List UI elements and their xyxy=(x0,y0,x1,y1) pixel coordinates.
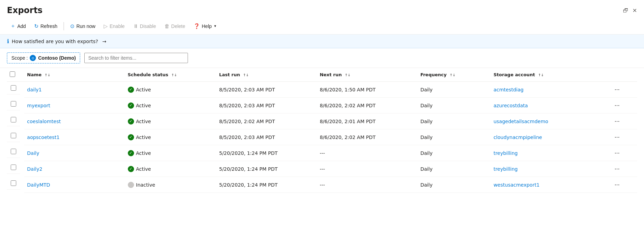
sort-storage-icon[interactable]: ↑↓ xyxy=(538,73,544,77)
status-label: Active xyxy=(136,103,151,108)
status-label: Inactive xyxy=(136,182,155,188)
sort-nextrun-icon[interactable]: ↑↓ xyxy=(345,73,351,77)
active-status-icon xyxy=(128,118,134,125)
status-label: Active xyxy=(136,166,151,172)
active-status-icon xyxy=(128,87,134,93)
row-storage-link[interactable]: usagedetailsacmdemo xyxy=(493,119,548,124)
row-more-cell: ··· xyxy=(610,145,637,161)
row-status: Active xyxy=(125,129,217,145)
row-next-run: 8/6/2020, 2:02 AM PDT xyxy=(317,98,417,113)
row-storage-link[interactable]: acmtestdiag xyxy=(493,87,523,92)
row-checkbox[interactable] xyxy=(11,149,16,154)
status-label: Active xyxy=(136,119,151,124)
active-status-icon xyxy=(128,150,134,156)
row-name-link[interactable]: aopscoetest1 xyxy=(27,135,59,140)
row-storage-link[interactable]: westusacmexport1 xyxy=(493,182,539,188)
table-row: daily1Active8/5/2020, 2:03 AM PDT8/6/202… xyxy=(7,82,637,98)
sort-lastrun-icon[interactable]: ↑↓ xyxy=(243,73,249,77)
row-status: Active xyxy=(125,145,217,161)
add-icon: ＋ xyxy=(10,23,16,29)
runnow-button[interactable]: ⊙ Run now xyxy=(67,21,99,31)
row-name-link[interactable]: coeslalomtest xyxy=(27,119,61,124)
sort-freq-icon[interactable]: ↑↓ xyxy=(449,73,455,77)
refresh-icon: ↻ xyxy=(34,23,39,29)
row-frequency: Daily xyxy=(418,82,491,98)
header-storage: Storage account ↑↓ xyxy=(491,68,609,82)
row-last-run: 8/5/2020, 2:02 AM PDT xyxy=(216,113,317,129)
row-last-run: 5/20/2020, 1:24 PM PDT xyxy=(216,177,317,193)
row-checkbox[interactable] xyxy=(11,85,16,91)
row-frequency: Daily xyxy=(418,161,491,177)
row-status: Inactive xyxy=(125,177,217,193)
row-last-run: 8/5/2020, 2:03 AM PDT xyxy=(216,129,317,145)
row-storage-account: westusacmexport1 xyxy=(491,177,609,193)
page-title: Exports xyxy=(7,6,42,15)
row-frequency: Daily xyxy=(418,177,491,193)
row-more-cell: ··· xyxy=(610,98,637,113)
help-icon: ❓ xyxy=(193,23,200,29)
disable-button[interactable]: ⏸ Disable xyxy=(130,21,160,31)
row-name-link[interactable]: Daily2 xyxy=(27,166,42,172)
search-input[interactable] xyxy=(84,53,188,63)
row-more-button[interactable]: ··· xyxy=(613,180,622,189)
row-more-cell: ··· xyxy=(610,161,637,177)
row-name-link[interactable]: Daily xyxy=(27,150,39,156)
row-checkbox[interactable] xyxy=(11,117,16,122)
select-all-checkbox[interactable] xyxy=(10,71,15,77)
row-more-button[interactable]: ··· xyxy=(613,117,622,126)
help-button[interactable]: ❓ Help ▾ xyxy=(190,21,220,31)
close-icon[interactable]: ✕ xyxy=(633,7,637,14)
row-more-button[interactable]: ··· xyxy=(613,165,622,173)
row-name: Daily2 xyxy=(24,161,125,177)
add-button[interactable]: ＋ Add xyxy=(7,21,29,31)
row-storage-link[interactable]: treybilling xyxy=(493,166,518,172)
row-storage-account: cloudynacmpipeline xyxy=(491,129,609,145)
row-checkbox-cell xyxy=(7,113,20,126)
scope-button[interactable]: Scope : ⊙ Contoso (Demo) xyxy=(7,52,80,63)
row-name-link[interactable]: myexport xyxy=(27,103,50,108)
row-name: coeslalomtest xyxy=(24,113,125,129)
row-more-button[interactable]: ··· xyxy=(613,149,622,157)
row-storage-link[interactable]: azurecostdata xyxy=(493,103,528,108)
sort-status-icon[interactable]: ↑↓ xyxy=(171,73,177,77)
info-arrow[interactable]: → xyxy=(102,39,106,44)
row-checkbox[interactable] xyxy=(11,180,16,186)
row-last-run: 8/5/2020, 2:03 AM PDT xyxy=(216,82,317,98)
row-status: Active xyxy=(125,82,217,98)
header-checkbox-cell xyxy=(7,68,24,82)
row-next-run: 8/6/2020, 1:50 AM PDT xyxy=(317,82,417,98)
row-frequency: Daily xyxy=(418,98,491,113)
row-checkbox[interactable] xyxy=(11,101,16,107)
refresh-button[interactable]: ↻ Refresh xyxy=(31,21,61,31)
delete-button[interactable]: 🗑 Delete xyxy=(161,21,189,31)
row-more-button[interactable]: ··· xyxy=(613,133,622,141)
title-bar: Exports 🗗 ✕ xyxy=(0,0,644,18)
scope-icon: ⊙ xyxy=(30,55,36,61)
exports-table-container: Name ↑↓ Schedule status ↑↓ Last run ↑↓ N… xyxy=(0,68,644,193)
row-storage-account: treybilling xyxy=(491,145,609,161)
restore-icon[interactable]: 🗗 xyxy=(623,7,628,14)
row-name: Daily xyxy=(24,145,125,161)
row-name: daily1 xyxy=(24,82,125,98)
scope-name: Contoso (Demo) xyxy=(38,55,76,61)
row-name-link[interactable]: DailyMTD xyxy=(27,182,50,188)
enable-icon: ▷ xyxy=(104,23,108,29)
sort-name-icon[interactable]: ↑↓ xyxy=(45,73,50,77)
status-label: Active xyxy=(136,150,151,156)
row-storage-link[interactable]: cloudynacmpipeline xyxy=(493,135,542,140)
row-checkbox[interactable] xyxy=(11,165,16,170)
row-checkbox-cell xyxy=(7,98,20,110)
row-next-run: 8/6/2020, 2:02 AM PDT xyxy=(317,129,417,145)
row-name-link[interactable]: daily1 xyxy=(27,87,41,92)
status-label: Active xyxy=(136,135,151,140)
row-next-run: --- xyxy=(317,177,417,193)
row-more-button[interactable]: ··· xyxy=(613,101,622,110)
disable-icon: ⏸ xyxy=(133,23,138,29)
row-status: Active xyxy=(125,98,217,113)
row-checkbox[interactable] xyxy=(11,133,16,138)
enable-button[interactable]: ▷ Enable xyxy=(100,21,128,31)
row-name: myexport xyxy=(24,98,125,113)
row-storage-link[interactable]: treybilling xyxy=(493,150,518,156)
row-more-cell: ··· xyxy=(610,177,637,193)
row-more-button[interactable]: ··· xyxy=(613,85,622,94)
